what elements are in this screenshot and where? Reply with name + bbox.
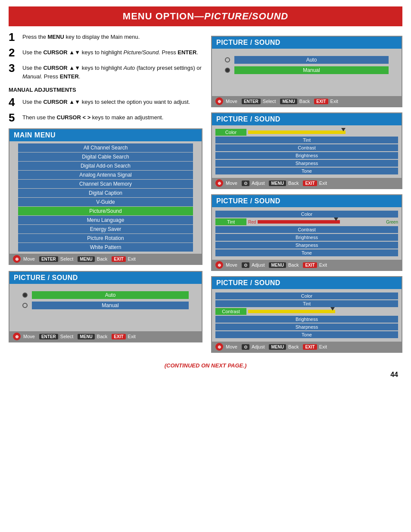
auto-option-label: Auto (32, 291, 189, 299)
ps-right-box2-title: PICTURE / SOUND (212, 113, 402, 125)
main-menu-title: MAIN MENU (9, 129, 202, 141)
ps-right-box2: PICTURE / SOUND Color Tint Contrast Brig… (211, 112, 402, 189)
step-3: 3 Use the CURSOR ▲▼ keys to highlight Au… (9, 62, 202, 81)
menu-item-vguide: V-Guide (18, 198, 193, 206)
menu-item-energy-saver: Energy Saver (18, 225, 193, 233)
tint-slider-fill (258, 220, 340, 224)
sharpness-label: Sharpness (215, 160, 398, 167)
contrast-label2: Contrast (215, 226, 398, 233)
menu-item-picture-rotation: Picture Rotation (18, 234, 193, 243)
ps-right-box2-statusbar: ⊕ Move ⊙ Adjust MENU Back EXIT Exit (212, 178, 402, 188)
tone-label: Tone (215, 168, 398, 174)
page-title: MENU OPTION—PICTURE/SOUND (123, 11, 288, 22)
green-label: Green (386, 220, 398, 224)
red-label: Red (248, 220, 256, 224)
main-menu-tv-box: MAIN MENU All Channel Search Digital Cab… (9, 128, 202, 265)
nav-circle-icon: ⊕ (215, 261, 223, 269)
manual-option-label: Manual (32, 302, 189, 309)
ps-left-content: Auto Manual (9, 284, 202, 331)
radio-empty-icon (22, 303, 28, 308)
slider-indicator-icon (341, 128, 346, 131)
ps-right-box1-title: PICTURE / SOUND (212, 37, 402, 49)
menu-item-digital-cable: Digital Cable Search (18, 152, 193, 161)
tint-label: Tint (215, 137, 398, 143)
ps-right-box3-statusbar: ⊕ Move ⊙ Adjust MENU Back EXIT Exit (212, 260, 402, 270)
menu-item-all-channel: All Channel Search (18, 143, 193, 152)
menu-item-channel-scan: Channel Scan Memory (18, 180, 193, 188)
contrast-slider-fill (248, 310, 335, 313)
ps-right-box3-title: PICTURE / SOUND (212, 195, 402, 207)
adjust-circle-icon3: ⊙ (242, 344, 249, 350)
menu-item-picture-sound: Picture/Sound (18, 207, 193, 215)
ps-right-box3-content: Color Tint Red Green Contrast Brightness… (212, 207, 402, 260)
brightness-label2: Brightness (215, 234, 398, 241)
step-5: 5 Then use the CURSOR < > keys to make a… (9, 112, 202, 123)
menu-item-digital-addon: Digital Add-on Search (18, 162, 193, 170)
nav-circle-icon: ⊕ (215, 97, 223, 105)
adjust-circle-icon2: ⊙ (242, 262, 249, 268)
color-slider-fill (248, 131, 346, 134)
step-4: 4 Use the CURSOR ▲▼ keys to select the o… (9, 96, 202, 108)
step-1: 1 Press the MENU key to display the Main… (9, 31, 202, 43)
brightness-label: Brightness (215, 152, 398, 159)
page-number: 44 (9, 371, 402, 379)
continued-text: (CONTINUED ON NEXT PAGE.) (9, 362, 402, 369)
ps-right-box1-content: Auto Manual (212, 49, 402, 96)
ps-right-box4-content: Color Tint Contrast Brightness Sharpness… (212, 289, 402, 342)
manual-adjustments-header: MANUAL ADJUSTMENTS (9, 87, 202, 93)
contrast-label: Contrast (215, 144, 398, 151)
ps-left-title: PICTURE / SOUND (9, 272, 202, 284)
auto-label: Auto (234, 56, 389, 64)
ps-left-statusbar: ⊕ Move ENTER Select MENU Back EXIT Exit (9, 331, 202, 342)
nav-circle-icon: ⊕ (215, 179, 223, 187)
nav-circle-icon: ⊕ (13, 333, 21, 340)
step-2: 2 Use the CURSOR ▲▼ keys to highlight Pi… (9, 47, 202, 58)
color-label2: Color (215, 211, 398, 218)
slider-indicator-contrast-icon (330, 307, 335, 311)
manual-label: Manual (234, 66, 389, 74)
tint-label2: Tint (215, 300, 398, 307)
radio-filled-icon (22, 292, 28, 298)
ps-right-box3: PICTURE / SOUND Color Tint Red Green Con… (211, 194, 402, 271)
menu-item-digital-caption: Digital Caption (18, 189, 193, 197)
menu-item-menu-language: Menu Language (18, 216, 193, 224)
nav-circle-icon: ⊕ (13, 255, 21, 263)
ps-right-box1-statusbar: ⊕ Move ENTER Select MENU Back EXIT Exit (212, 96, 402, 106)
menu-item-analog-antenna: Analog Antenna Signal (18, 171, 193, 179)
nav-circle-icon: ⊕ (215, 343, 223, 351)
sharpness-label2: Sharpness (215, 242, 398, 249)
color-label-selected: Color (215, 129, 246, 136)
color-label3: Color (215, 292, 398, 299)
tone-label2: Tone (215, 249, 398, 256)
ps-right-box2-content: Color Tint Contrast Brightness Sharpness… (212, 125, 402, 178)
radio-o-icon (225, 57, 230, 62)
main-menu-statusbar: ⊕ Move ENTER Select MENU Back EXIT Exit (9, 254, 202, 264)
main-menu-content: All Channel Search Digital Cable Search … (9, 141, 202, 254)
ps-right-box1: PICTURE / SOUND Auto Manual ⊕ Move ENTER… (211, 36, 402, 107)
ps-right-box4-title: PICTURE / SOUND (212, 277, 402, 289)
ps-right-box4: PICTURE / SOUND Color Tint Contrast Brig… (211, 276, 402, 353)
ps-right-box4-statusbar: ⊕ Move ⊙ Adjust MENU Back EXIT Exit (212, 342, 402, 352)
page-header: MENU OPTION—PICTURE/SOUND (9, 6, 402, 26)
tone-label3: Tone (215, 331, 398, 338)
menu-item-white-pattern: White Pattern (18, 243, 193, 252)
ps-left-tv-box: PICTURE / SOUND Auto Manual ⊕ Move ENTER… (9, 271, 202, 342)
slider-indicator-tint-icon (334, 218, 338, 221)
sharpness-label3: Sharpness (215, 324, 398, 330)
brightness-label3: Brightness (215, 316, 398, 323)
adjust-circle-icon: ⊙ (242, 180, 249, 186)
contrast-label-selected: Contrast (215, 308, 246, 315)
tint-label-selected: Tint (215, 218, 246, 225)
radio-filled-icon2 (225, 68, 230, 73)
